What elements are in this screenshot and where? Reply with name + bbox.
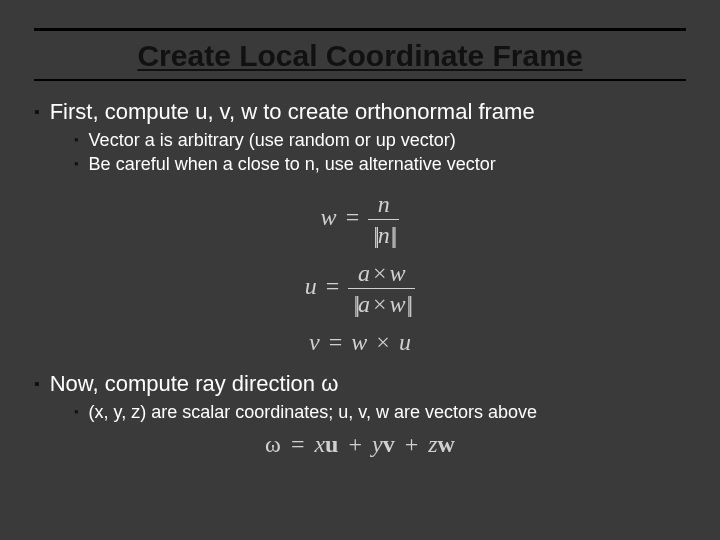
eq-u-frac: a×w ||a×w|| (348, 258, 415, 319)
bullet-text: (x, y, z) are scalar coordinates; u, v, … (89, 401, 538, 423)
rule-top (34, 28, 686, 31)
eq-v-lhs: v (309, 329, 320, 355)
equals-sign: = (287, 431, 309, 457)
eq-v: v = w × u (28, 327, 692, 357)
eq-u-den: ||a×w|| (348, 288, 415, 319)
eq-y: y (372, 431, 383, 457)
eq-u-num-w: w (390, 260, 406, 286)
eq-u-den-a: a (358, 291, 370, 317)
eq-w-den: ||n|| (368, 219, 399, 250)
eq-u: u = a×w ||a×w|| (28, 258, 692, 319)
times-icon: × (373, 329, 393, 355)
equation-omega: ω = xu + yv + zw (28, 431, 692, 458)
plus-sign: + (344, 431, 366, 457)
eq-u-num: a×w (348, 258, 415, 288)
equals-sign: = (326, 329, 346, 355)
slide-title: Create Local Coordinate Frame (28, 39, 692, 73)
bullet-now: ▪ Now, compute ray direction ω (34, 371, 692, 397)
slide: Create Local Coordinate Frame ▪ First, c… (0, 0, 720, 540)
eq-w: w = n ||n|| (28, 189, 692, 250)
subbullet-careful: ▪ Be careful when a close to n, use alte… (74, 153, 692, 175)
subbullet-scalars: ▪ (x, y, z) are scalar coordinates; u, v… (74, 401, 692, 423)
eq-v: v (383, 431, 395, 457)
equals-sign: = (343, 204, 363, 230)
eq-w-den-n: n (378, 222, 390, 248)
eq-w-frac: n ||n|| (368, 189, 399, 250)
eq-w-num: n (368, 189, 399, 219)
eq-u-lhs: u (305, 273, 317, 299)
eq-v-u: u (399, 329, 411, 355)
eq-x: x (314, 431, 325, 457)
equals-sign: = (323, 273, 343, 299)
square-bullet-icon: ▪ (74, 401, 79, 423)
equations-uvw: w = n ||n|| u = a×w ||a×w|| v = w × u (28, 189, 692, 357)
bullet-text: Be careful when a close to n, use altern… (89, 153, 496, 175)
bullet-text: Vector a is arbitrary (use random or up … (89, 129, 456, 151)
plus-sign: + (401, 431, 423, 457)
bullet-text: Now, compute ray direction ω (50, 371, 339, 397)
times-icon: × (370, 260, 390, 286)
bullet-text: First, compute u, v, w to create orthono… (50, 99, 535, 125)
square-bullet-icon: ▪ (74, 153, 79, 175)
eq-w-lhs: w (321, 204, 337, 230)
square-bullet-icon: ▪ (34, 99, 40, 125)
eq-u: u (325, 431, 338, 457)
rule-bottom (34, 79, 686, 81)
eq-v-w: w (351, 329, 367, 355)
times-icon: × (370, 291, 390, 317)
square-bullet-icon: ▪ (74, 129, 79, 151)
eq-z: z (428, 431, 437, 457)
eq-u-den-w: w (390, 291, 406, 317)
omega-symbol: ω (265, 431, 281, 457)
eq-w: w (438, 431, 455, 457)
bullet-first: ▪ First, compute u, v, w to create ortho… (34, 99, 692, 125)
subbullet-arbitrary: ▪ Vector a is arbitrary (use random or u… (74, 129, 692, 151)
square-bullet-icon: ▪ (34, 371, 40, 397)
eq-u-num-a: a (358, 260, 370, 286)
